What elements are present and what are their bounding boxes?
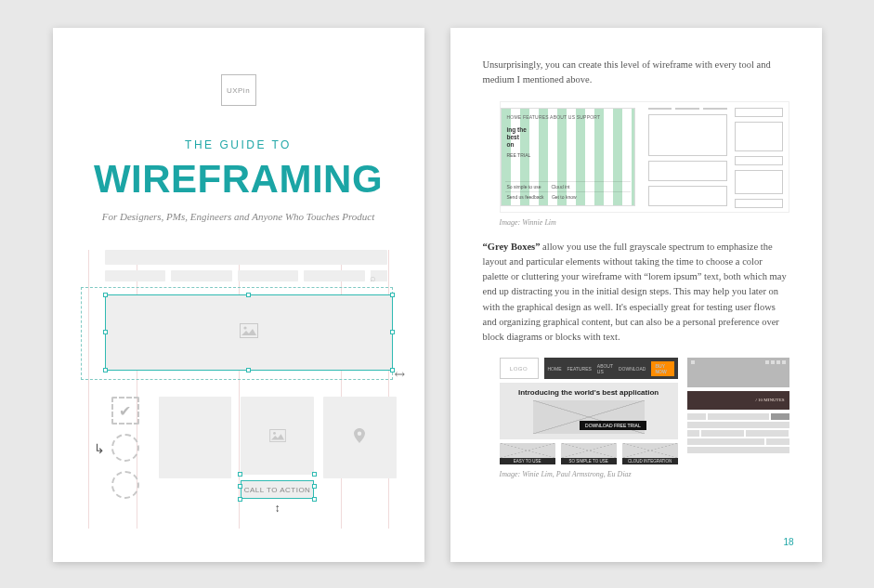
intro-paragraph: Unsurprisingly, you can create this leve… <box>483 58 789 88</box>
cta-button-selected: CALL TO ACTION ↕ <box>241 475 314 499</box>
figure2-caption: Image: Winie Lim, Paul Armstrong, Eu Dia… <box>500 470 789 478</box>
wireframe-map-tile <box>323 397 397 478</box>
wireframe-image-tile <box>241 397 314 475</box>
greybox-nav: HOME FEATURES ABOUT US DOWNLOAD BUY NOW <box>544 358 678 379</box>
swap-arrow-icon: ↳ <box>94 441 105 457</box>
logo-placeholder: LOGO <box>500 358 539 379</box>
figure-wireframe-examples-1: HOME FEATURES ABOUT US SUPPORT ing thebe… <box>500 101 789 213</box>
brand-badge: UXPin <box>221 74 256 106</box>
vertical-resize-icon: ↕ <box>275 502 280 516</box>
wireframe-lower-row: ✔ ↳ CALL TO ACTION <box>81 397 397 499</box>
download-trial-button: DOWNLOAD FREE TRIAL <box>580 421 646 430</box>
figure1-caption: Image: Winnie Lim <box>500 218 789 227</box>
grey-boxes-term: “Grey Boxes” <box>483 242 541 252</box>
hero-headline: Introducing the world's best application <box>505 388 672 397</box>
greybox-hero: Introducing the world's best application… <box>500 383 678 439</box>
cover-subtitle: For Designers, PMs, Engineers and Anyone… <box>81 211 397 222</box>
buy-now-button: BUY NOW <box>651 361 673 376</box>
box-outline-wireframes <box>648 108 783 206</box>
minutes-text: / 10 MINUTES <box>755 398 784 402</box>
dashed-circle-placeholder <box>111 471 139 499</box>
greybox-wireframe-left: LOGO HOME FEATURES ABOUT US DOWNLOAD BUY… <box>500 358 678 464</box>
cta-label: CALL TO ACTION <box>244 486 311 494</box>
wireframe-nav-row: ⌕ <box>81 270 397 281</box>
dashed-circle-placeholder <box>111 434 139 462</box>
image-icon <box>240 323 258 343</box>
selected-hero-block: ⤢ <box>81 291 397 385</box>
map-pin-icon <box>354 428 365 447</box>
cover-kicker: THE GUIDE TO <box>81 138 397 151</box>
striped-wireframe: HOME FEATURES ABOUT US SUPPORT ing thebe… <box>501 108 635 206</box>
greybox-wireframe-right: / 10 MINUTES <box>687 358 789 464</box>
stripe-trial-text: REE TRIAL <box>505 151 631 159</box>
book-cover-page: UXPin THE GUIDE TO WIREFRAMING For Desig… <box>53 28 424 562</box>
search-icon: ⌕ <box>371 270 387 281</box>
svg-point-1 <box>243 326 246 329</box>
grey-boxes-paragraph: “Grey Boxes” allow you use the full gray… <box>483 240 789 346</box>
check-icon: ✔ <box>111 397 139 425</box>
figure-wireframe-examples-2: LOGO HOME FEATURES ABOUT US DOWNLOAD BUY… <box>500 358 789 464</box>
book-content-page: Unsurprisingly, you can create this leve… <box>450 28 822 562</box>
cover-title: WIREFRAMING <box>81 157 397 202</box>
greybox-thumbnails: EASY TO USE SO SIMPLE TO USE CLOUD INTEG… <box>500 443 678 464</box>
stripe-nav-text: HOME FEATURES ABOUT US SUPPORT <box>505 112 631 124</box>
wireframe-header-bar <box>81 250 397 265</box>
page-number: 18 <box>783 537 793 547</box>
svg-rect-0 <box>240 323 257 337</box>
cover-wireframe-illustration: ⌕ ⤢ ✔ ↳ <box>81 250 397 529</box>
wireframe-tile <box>159 397 232 478</box>
svg-rect-2 <box>269 429 285 441</box>
svg-point-3 <box>273 432 276 435</box>
